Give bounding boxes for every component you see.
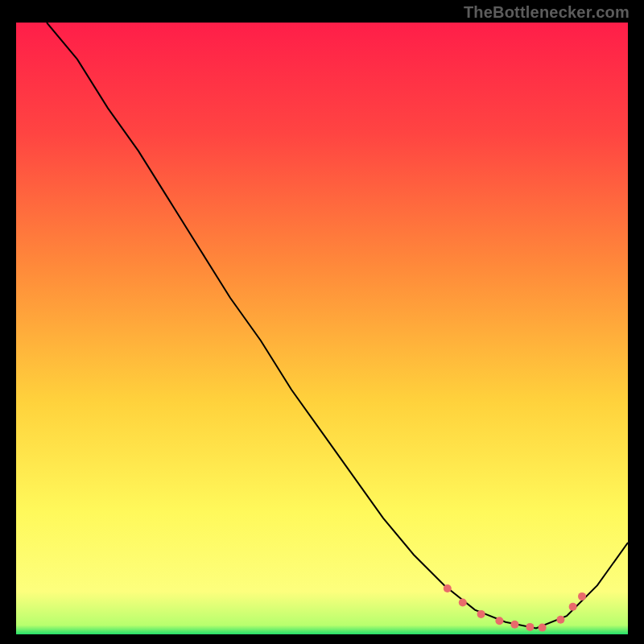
marker-point: [556, 616, 564, 624]
chart-container: TheBottlenecker.com: [0, 0, 644, 644]
watermark-text: TheBottlenecker.com: [464, 3, 630, 22]
marker-point: [444, 584, 452, 592]
marker-point: [526, 623, 534, 631]
marker-point: [477, 610, 485, 618]
marker-point: [539, 624, 547, 632]
gradient-background: [16, 23, 628, 634]
marker-point: [495, 617, 503, 625]
plot-area: [16, 23, 628, 634]
marker-point: [510, 621, 518, 629]
chart-svg: [16, 23, 628, 634]
marker-point: [578, 592, 586, 601]
marker-point: [459, 599, 467, 607]
marker-point: [569, 603, 577, 611]
